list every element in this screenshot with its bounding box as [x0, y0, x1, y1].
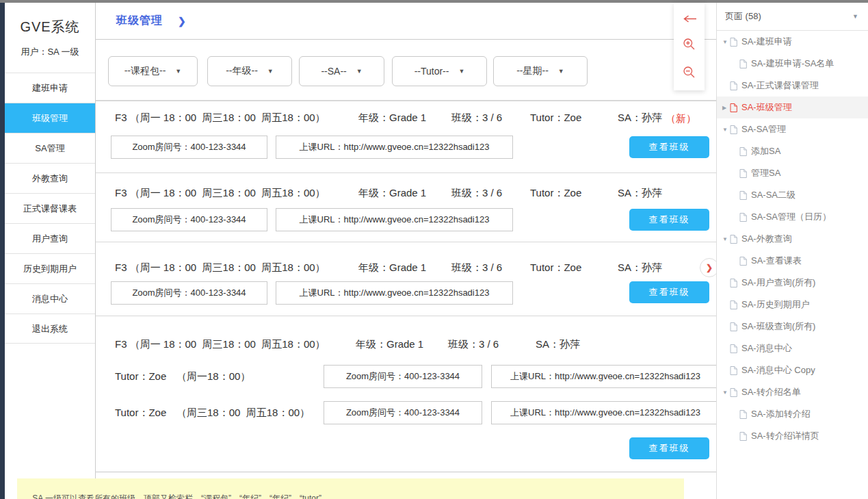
sidebar-item[interactable]: 外教查询 [5, 163, 95, 193]
tree-item[interactable]: ▼ SA-外教查询 [717, 228, 868, 250]
chevron-down-icon: ▼ [458, 68, 464, 75]
sidebar: GVE系统 用户：SA 一级 建班申请班级管理SA管理外教查询正式课督课表用户查… [5, 3, 96, 499]
class-schedule: F3 （周一 18：00 周三18：00 周五18：00） [115, 187, 326, 200]
view-class-button[interactable]: 查看班级 [629, 281, 709, 303]
tree-item-label: SA-用户查询(所有) [741, 277, 815, 289]
page-doc-icon [730, 125, 737, 134]
filter-grade[interactable]: --年级--▼ [207, 56, 292, 86]
tree-item[interactable]: SA-消息中心 [717, 337, 868, 359]
pages-tree: ▼ SA-建班申请 SA-建班申请-SA名单 SA-正式课督课管理▶ SA-班级… [717, 31, 868, 447]
chevron-right-icon: ❯ [178, 16, 186, 27]
main-content: 班级管理 ❯ --课程包--▼ --年级--▼ --SA--▼ --Tutor-… [96, 3, 716, 499]
class-schedule: F3 （周一 18：00 周三18：00 周五18：00） [115, 338, 326, 351]
tree-item[interactable]: SA-用户查询(所有) [717, 272, 868, 294]
sidebar-item[interactable]: 历史到期用户 [5, 253, 95, 283]
zoom-out-icon[interactable] [683, 66, 696, 79]
filter-tutor[interactable]: --Tutor--▼ [392, 56, 487, 86]
class-grade: 年级：Grade 1 [356, 338, 423, 351]
chevron-down-icon[interactable]: ▼ [852, 13, 858, 20]
chevron-down-icon[interactable]: ▼ [722, 39, 730, 45]
class-tutor: Tutor：Zoe [530, 261, 581, 274]
sidebar-item[interactable]: 建班申请 [5, 73, 95, 103]
class-sa: SA：孙萍 [618, 187, 662, 200]
zoom-room-box: Zoom房间号：400-123-3344 [324, 401, 482, 424]
chevron-down-icon[interactable]: ▼ [722, 127, 730, 133]
class-tutor: Tutor：Zoe [530, 187, 581, 200]
view-class-button[interactable]: 查看班级 [629, 437, 709, 459]
tutor-name: Tutor：Zoe [115, 407, 166, 420]
sidebar-item[interactable]: 退出系统 [5, 314, 95, 344]
page-doc-icon [730, 366, 737, 375]
left-edge-strip [0, 3, 5, 499]
tree-item[interactable]: SA-查看课表 [717, 250, 868, 272]
tree-item-label: SA-消息中心 Copy [741, 364, 815, 376]
pages-panel-header: 页面 (58) ▼ [717, 3, 868, 31]
tree-item[interactable]: ▶ SA-班级管理 [717, 97, 868, 118]
tree-item[interactable]: 管理SA [717, 162, 868, 184]
tree-item-label: SA-转介绍详情页 [751, 430, 819, 442]
zoom-in-icon[interactable] [683, 38, 696, 51]
class-url-box: 上课URL：http://www.gveoe.cn=12322hsadi123 [276, 136, 513, 159]
filter-weekday[interactable]: --星期--▼ [493, 56, 588, 86]
filter-course-package[interactable]: --课程包--▼ [108, 56, 198, 86]
zoom-room-box: Zoom房间号：400-123-3344 [324, 365, 482, 388]
sidebar-menu: 建班申请班级管理SA管理外教查询正式课督课表用户查询历史到期用户消息中心退出系统 [5, 73, 95, 344]
page-doc-icon [730, 235, 737, 244]
class-count: 班级：3 / 6 [451, 187, 502, 200]
tree-item-label: SA-SA管理（日历） [751, 211, 831, 223]
tree-item[interactable]: SA-SA二级 [717, 184, 868, 206]
tree-item[interactable]: SA-建班申请-SA名单 [717, 53, 868, 75]
tree-item-label: 管理SA [751, 167, 780, 179]
tree-item[interactable]: SA-SA管理（日历） [717, 206, 868, 228]
pages-panel: 页面 (58) ▼ ▼ SA-建班申请 SA-建班申请-SA名单 SA-正式课督… [716, 3, 868, 499]
back-arrow-icon[interactable] [682, 14, 697, 23]
tree-item[interactable]: SA-转介绍详情页 [717, 425, 868, 447]
view-class-button[interactable]: 查看班级 [629, 136, 709, 158]
tree-item[interactable]: SA-消息中心 Copy [717, 359, 868, 381]
chevron-right-icon[interactable]: ▶ [722, 105, 730, 111]
class-card: F3 （周一 18：00 周三18：00 周五18：00） 年级：Grade 1… [96, 101, 716, 172]
tree-item-label: SA-建班申请 [741, 36, 792, 48]
chevron-down-icon: ▼ [356, 68, 363, 75]
page-doc-icon [730, 388, 737, 397]
class-card-multi-tutor: F3 （周一 18：00 周三18：00 周五18：00） 年级：Grade 1… [96, 316, 716, 472]
breadcrumb: 班级管理 ❯ [96, 3, 716, 40]
class-grade: 年级：Grade 1 [358, 112, 426, 125]
class-url-box: 上课URL：http://www.gveoe.cn=12322hsadi123 [276, 281, 513, 305]
page-doc-icon [739, 60, 747, 68]
chevron-down-icon[interactable]: ▼ [722, 389, 730, 396]
chevron-down-icon[interactable]: ▼ [722, 236, 730, 242]
page-doc-icon [739, 213, 747, 222]
tree-item-label: SA-建班申请-SA名单 [751, 57, 834, 70]
tree-item[interactable]: ▼ SA-建班申请 [717, 31, 868, 53]
zoom-room-box: Zoom房间号：400-123-3344 [111, 281, 267, 305]
class-grade: 年级：Grade 1 [358, 187, 426, 200]
filter-sa[interactable]: --SA--▼ [299, 56, 384, 86]
tree-item[interactable]: ▼ SA-转介绍名单 [717, 381, 868, 403]
tree-item[interactable]: 添加SA [717, 140, 868, 162]
sidebar-item[interactable]: 正式课督课表 [5, 193, 95, 223]
tree-item[interactable]: SA-添加转介绍 [717, 403, 868, 425]
tree-item[interactable]: ▼ SA-SA管理 [717, 118, 868, 140]
sidebar-item[interactable]: 用户查询 [5, 223, 95, 253]
tree-item[interactable]: SA-历史到期用户 [717, 294, 868, 316]
tree-item[interactable]: SA-班级查询(所有) [717, 316, 868, 337]
class-count: 班级：3 / 6 [451, 261, 502, 274]
filter-bar: --课程包--▼ --年级--▼ --SA--▼ --Tutor--▼ --星期… [96, 40, 716, 101]
chevron-right-icon: ❯ [706, 263, 713, 272]
class-sa: SA：孙萍 [618, 261, 662, 274]
sidebar-item[interactable]: SA管理 [5, 133, 95, 163]
page-doc-icon [739, 191, 747, 200]
sidebar-item[interactable]: 消息中心 [5, 283, 95, 314]
class-url-box: 上课URL：http://www.gveoe.cn=12322hsadi123 [491, 365, 716, 388]
sidebar-item[interactable]: 班级管理 [5, 103, 95, 133]
breadcrumb-current[interactable]: 班级管理 [116, 14, 163, 28]
tutor-time: （周三18：00 周五18：00） [176, 407, 310, 420]
chevron-down-icon: ▼ [267, 68, 274, 75]
tree-item-label: SA-正式课督课管理 [741, 79, 819, 92]
class-count: 班级：3 / 6 [451, 112, 502, 125]
page-doc-icon [730, 322, 737, 331]
page-doc-icon [739, 257, 747, 266]
view-class-button[interactable]: 查看班级 [629, 209, 709, 231]
tree-item[interactable]: SA-正式课督课管理 [717, 75, 868, 97]
